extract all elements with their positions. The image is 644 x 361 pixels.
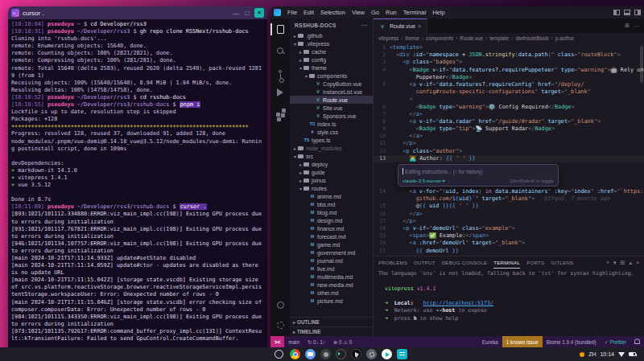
tree-item-index-ts[interactable]: TSindex.ts [290,120,373,128]
tree-item-government-md[interactable]: Mgovernment.md [290,248,373,256]
terminal-body[interactable]: [10:10:04] pseudoyu ~ $ cd Developer/rss… [8,19,267,347]
tree-item-style-css[interactable]: #style.css [290,128,373,136]
tab-route-vue[interactable]: V Route.vue × [374,18,427,33]
sidebar-section-outline[interactable]: ▸OUTLINE [290,317,373,326]
status-main[interactable]: main [284,336,303,347]
code-line[interactable]: 13 👨‍💻 Author: {{ ' ' }} [374,155,644,162]
tree-item-copybutton-vue[interactable]: VCopyButton.vue [290,80,373,88]
tree-item--vitepress[interactable]: ▾.vitepress [290,39,373,47]
shelf-app-text[interactable] [397,349,407,359]
menu-go[interactable]: Go [368,9,382,16]
code-line[interactable]: 20 <a :href="demoUrl" target="_blank"> [374,240,644,247]
terminal-panel-output[interactable]: The language 'env' is not loaded, fallin… [374,269,644,336]
breadcrumb-segment[interactable]: vitepress [378,35,398,41]
tree-item-types-ts[interactable]: TStypes.ts [290,136,373,144]
tree-item-multimedia-md[interactable]: Mmultimedia.md [290,273,373,281]
explorer-header[interactable]: RSSHUB-DOCS ··· [290,18,373,31]
tree-item-deploy[interactable]: ▸deploy [290,160,373,168]
menu-run[interactable]: Run [382,9,400,16]
ime-indicator[interactable]: ZH [588,351,596,357]
panel-tab-output[interactable]: OUTPUT [414,256,436,269]
close-icon[interactable]: × [254,8,264,18]
launcher-icon[interactable] [275,350,283,359]
menu-edit[interactable]: Edit [300,9,317,16]
status--prettier[interactable]: ✓ Prettier [601,336,630,347]
split-editor-icon[interactable]: ⊞ [625,23,630,29]
terminal-titlebar[interactable]: >_ cursor . — □ × [8,6,267,19]
status--0-0[interactable]: ⊗ 0 ⚠ 0 [329,336,356,347]
code-line[interactable]: 14 <a v-for="(uid, index) in data.mainta… [374,188,644,195]
tree-item-picture-md[interactable]: Mpicture.md [290,297,373,305]
tree-item-bbs-md[interactable]: Mbbs.md [290,200,373,208]
code-line[interactable]: 17 </p> [374,218,644,225]
clock[interactable]: 10:14 [600,351,614,357]
tree-item-cache[interactable]: ▸cache [290,47,373,55]
code-line[interactable]: 11 </p> [374,140,644,147]
tree-item-journal-md[interactable]: Mjournal.md [290,256,373,265]
status--0-1-[interactable]: ↻ 0↓ 1↑ [303,336,329,347]
terminal-dropdown-icon[interactable]: ▾ [613,260,617,266]
split-terminal-icon[interactable]: ⊞ [621,260,625,266]
new-terminal-icon[interactable]: + [606,260,609,266]
tree-item-new-media-md[interactable]: Mnew-media.md [290,281,373,289]
breadcrumb-segment[interactable]: p.author [555,35,574,41]
tree-item--github[interactable]: ▸.github [290,31,373,39]
tree-item-finance-md[interactable]: Mfinance.md [290,224,373,232]
toggle-sidebar-icon[interactable] [613,10,620,15]
settings-gear-icon[interactable] [270,319,290,331]
tree-item-other-md[interactable]: Mother.md [290,289,373,297]
code-line[interactable]: 7 </a> [374,111,644,118]
tree-item-blog-md[interactable]: Mblog.md [290,208,373,216]
tab-close-icon[interactable]: × [418,23,421,29]
code-editor[interactable]: 1<template>2 <div :id="namespace + JSON.… [374,43,644,256]
source-control-icon[interactable] [270,65,290,77]
explorer-actions-icon[interactable]: ··· [361,23,368,28]
code-line[interactable]: 6 <Badge type="warning">⚙️ Config Requir… [374,104,644,111]
menu-help[interactable]: Help [429,9,448,16]
toggle-secondary-sidebar-icon[interactable] [634,10,641,15]
tree-item-route-vue[interactable]: VRoute.vue [290,96,373,104]
tree-item-src[interactable]: ▾src [290,152,373,160]
inline-edit-input[interactable]: Editing instructions... (↑ for history) [402,167,554,175]
breadcrumb-segment[interactable]: Route.vue [460,35,483,41]
tree-item-forecast-md[interactable]: Mforecast.md [290,232,373,240]
tree-item-node-modules[interactable]: ▸node_modules [290,144,373,152]
breadcrumb-segment[interactable]: components [426,35,453,41]
menu-terminal[interactable]: Terminal [400,9,429,16]
code-line[interactable]: 12 <p class="author"> [374,148,644,155]
status--[interactable]: >< [270,336,284,347]
maximize-icon[interactable]: □ [243,10,251,17]
code-line[interactable]: 16 </a> [374,211,644,218]
shelf-app-camera[interactable] [320,349,331,359]
tree-item-anime-md[interactable]: Manime.md [290,192,373,200]
tree-item-sponsors-vue[interactable]: VSponsors.vue [290,112,373,120]
minimize-icon[interactable]: — [232,10,240,17]
shelf-app-terminal[interactable] [336,349,346,359]
explorer-icon[interactable] [270,23,290,35]
editor-window[interactable]: FileEditSelectionViewGoRunTerminalHelp [270,6,644,347]
shelf-app-play[interactable] [382,349,392,359]
shelf-app-chrome[interactable] [290,349,300,359]
code-line[interactable]: 2 <div :id="namespace + JSON.stringify(d… [374,51,644,59]
sidebar-section-timeline[interactable]: ▸TIMELINE [290,326,373,336]
menu-selection[interactable]: Selection [317,9,349,16]
terminal-window[interactable]: >_ cursor . — □ × [10:10:04] pseudoyu ~ … [8,6,267,347]
code-line[interactable]: 18 <p v-if="demoUrl" class="example"> [374,225,644,232]
notifications-bell-icon[interactable] [630,336,644,347]
code-line[interactable]: Puppeteer</Badge> [374,74,644,81]
tree-item-design-md[interactable]: Mdesign.md [290,216,373,224]
tree-item-components[interactable]: ▾components [290,72,373,80]
tree-item-guide[interactable]: ▸guide [290,168,373,176]
code-line[interactable]: 9 <Badge type="tip">📡 Support Radar</Bad… [374,125,644,133]
tree-item-live-md[interactable]: Mlive.md [290,265,373,273]
code-line[interactable]: 15 @{{ uid }}{{ ' ' }} [374,203,644,210]
menu-view[interactable]: View [349,9,368,16]
breadcrumb-segment[interactable]: theme [405,35,419,41]
code-line[interactable]: 10 </a> [374,133,644,140]
panel-tab-problems[interactable]: PROBLEMS [378,256,407,269]
menu-file[interactable]: File [284,9,300,16]
search-icon[interactable] [270,44,290,56]
shelf-app-cursor[interactable] [351,349,361,359]
code-line[interactable]: 5 <a v-if="data.features?.requireConfig"… [374,81,644,88]
tree-item-theme[interactable]: ▾theme [290,64,373,72]
